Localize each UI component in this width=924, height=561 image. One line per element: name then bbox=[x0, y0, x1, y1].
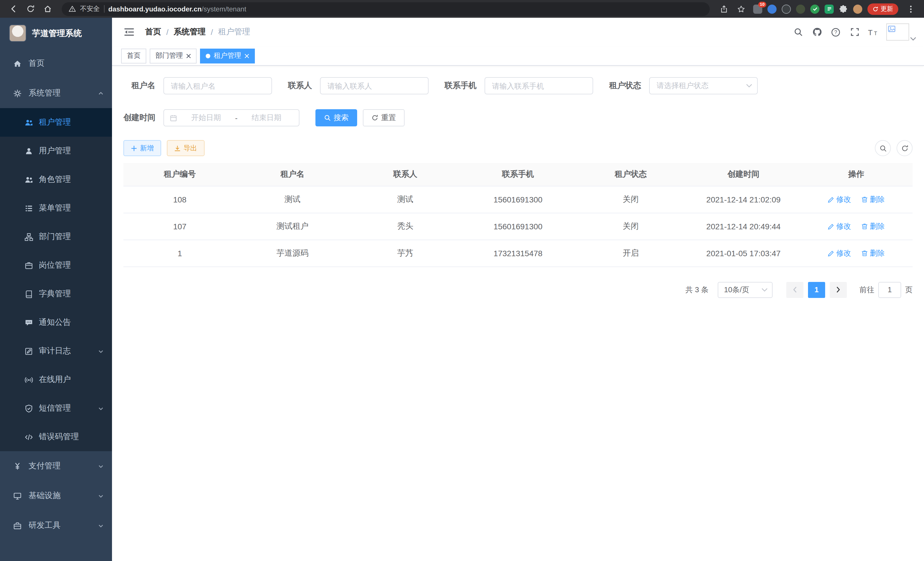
delete-link[interactable]: 删除 bbox=[861, 221, 885, 231]
sidebar-item-system[interactable]: 系统管理 bbox=[0, 78, 112, 108]
sidebar-logo[interactable]: 芋道管理系统 bbox=[0, 18, 112, 49]
next-page-button[interactable] bbox=[830, 282, 847, 298]
contact-input[interactable] bbox=[320, 77, 429, 94]
export-button[interactable]: 导出 bbox=[167, 140, 205, 156]
tab-dept[interactable]: 部门管理 bbox=[150, 48, 196, 63]
github-icon[interactable] bbox=[807, 18, 826, 46]
sidebar-item-notice[interactable]: 通知公告 bbox=[0, 308, 112, 337]
tab-home[interactable]: 首页 bbox=[121, 48, 146, 63]
cell-contact: 秃头 bbox=[349, 213, 462, 240]
chevron-right-icon bbox=[836, 287, 841, 293]
chevron-down-icon bbox=[762, 288, 767, 291]
mobile-input[interactable] bbox=[484, 77, 593, 94]
extensions-puzzle-icon[interactable] bbox=[839, 4, 848, 14]
sidebar-item-menu[interactable]: 菜单管理 bbox=[0, 194, 112, 223]
delete-link[interactable]: 删除 bbox=[861, 194, 885, 205]
share-icon[interactable] bbox=[717, 2, 731, 16]
table-toolbar: 新增 导出 bbox=[123, 140, 913, 156]
prev-page-button[interactable] bbox=[786, 282, 803, 298]
reset-button[interactable]: 重置 bbox=[363, 109, 405, 126]
breadcrumb-separator: / bbox=[166, 27, 169, 37]
chevron-down-icon bbox=[98, 348, 104, 354]
reload-icon[interactable] bbox=[23, 2, 38, 16]
caret-down-icon[interactable] bbox=[910, 18, 916, 46]
goto-page-input[interactable] bbox=[878, 282, 901, 298]
fullscreen-icon[interactable] bbox=[845, 18, 864, 46]
sidebar-item-label: 用户管理 bbox=[39, 146, 104, 156]
cell-tenant-id: 108 bbox=[123, 186, 236, 213]
cell-tenant-name: 测试 bbox=[236, 186, 349, 213]
extension-icon[interactable]: 10 bbox=[753, 4, 762, 14]
home-icon[interactable] bbox=[40, 2, 55, 16]
tab-label: 首页 bbox=[127, 51, 141, 61]
page-number-button[interactable]: 1 bbox=[808, 282, 825, 298]
collapse-sidebar-icon[interactable] bbox=[120, 18, 138, 46]
add-button[interactable]: 新增 bbox=[123, 140, 161, 156]
close-icon[interactable] bbox=[244, 53, 249, 58]
sidebar-item-user[interactable]: 用户管理 bbox=[0, 137, 112, 165]
divider bbox=[104, 5, 104, 13]
date-range-picker[interactable]: 开始日期 - 结束日期 bbox=[164, 109, 299, 126]
sidebar-item-error-code[interactable]: 错误码管理 bbox=[0, 423, 112, 451]
update-button[interactable]: 更新 bbox=[867, 3, 898, 15]
sidebar-item-role[interactable]: 角色管理 bbox=[0, 165, 112, 194]
browser-menu-icon[interactable] bbox=[903, 2, 918, 16]
sidebar-item-tenant[interactable]: 租户管理 bbox=[0, 108, 112, 137]
cell-status: 关闭 bbox=[574, 213, 687, 240]
logo-image bbox=[9, 25, 26, 42]
sidebar-item-devtools[interactable]: 研发工具 bbox=[0, 511, 112, 540]
edit-link[interactable]: 修改 bbox=[828, 221, 851, 231]
extension-icon[interactable] bbox=[767, 4, 777, 14]
export-button-label: 导出 bbox=[183, 143, 197, 153]
status-select[interactable]: 请选择租户状态 bbox=[649, 77, 758, 94]
extension-check-icon[interactable] bbox=[810, 4, 819, 14]
filter-tenant-name: 租户名 bbox=[123, 77, 272, 94]
toggle-search-icon[interactable] bbox=[875, 140, 891, 156]
sidebar-item-online-users[interactable]: 在线用户 bbox=[0, 365, 112, 394]
close-icon[interactable] bbox=[186, 53, 191, 58]
profile-avatar[interactable] bbox=[853, 4, 862, 14]
extension-icon[interactable] bbox=[796, 4, 805, 14]
filter-mobile: 联系手机 bbox=[445, 77, 593, 94]
delete-link[interactable]: 删除 bbox=[861, 248, 885, 258]
sidebar-item-label: 字典管理 bbox=[39, 289, 104, 299]
sidebar-item-payment[interactable]: 支付管理 bbox=[0, 451, 112, 481]
font-size-icon[interactable]: TT bbox=[864, 18, 883, 46]
edit-link[interactable]: 修改 bbox=[828, 194, 851, 205]
sidebar-item-dict[interactable]: 字典管理 bbox=[0, 280, 112, 308]
edit-link[interactable]: 修改 bbox=[828, 248, 851, 258]
tenant-users-icon bbox=[24, 118, 33, 127]
tab-tenant[interactable]: 租户管理 bbox=[200, 48, 255, 63]
dictionary-book-icon bbox=[24, 289, 33, 299]
sidebar-item-infrastructure[interactable]: 基础设施 bbox=[0, 481, 112, 511]
navbar-actions: ? TT bbox=[789, 18, 916, 46]
sidebar-item-dept[interactable]: 部门管理 bbox=[0, 223, 112, 251]
tab-label: 租户管理 bbox=[214, 51, 241, 61]
bookmark-star-icon[interactable] bbox=[734, 2, 748, 16]
address-bar[interactable]: 不安全 dashboard.yudao.iocoder.cn/system/te… bbox=[62, 2, 710, 16]
column-contact: 联系人 bbox=[349, 163, 462, 186]
back-icon[interactable] bbox=[6, 2, 21, 16]
search-icon[interactable] bbox=[789, 18, 807, 46]
page-size-select[interactable]: 10条/页 bbox=[718, 282, 772, 298]
sidebar-item-sms[interactable]: 短信管理 bbox=[0, 394, 112, 423]
extension-icon[interactable] bbox=[782, 4, 791, 14]
tenant-name-input[interactable] bbox=[164, 77, 272, 94]
sidebar-item-home[interactable]: 首页 bbox=[0, 49, 112, 78]
sidebar-item-label: 角色管理 bbox=[39, 174, 104, 185]
refresh-table-icon[interactable] bbox=[897, 140, 913, 156]
delete-icon bbox=[861, 196, 868, 203]
search-button[interactable]: 搜索 bbox=[315, 109, 357, 126]
breadcrumb-item[interactable]: 系统管理 bbox=[174, 27, 206, 37]
extension-chat-icon[interactable] bbox=[825, 4, 834, 14]
delete-label: 删除 bbox=[870, 248, 885, 258]
sidebar-item-audit-log[interactable]: 审计日志 bbox=[0, 337, 112, 365]
top-navbar: 首页 / 系统管理 / 租户管理 ? bbox=[112, 18, 924, 46]
sidebar-item-post[interactable]: 岗位管理 bbox=[0, 251, 112, 280]
app-shell: 芋道管理系统 首页 系统管理 租户管理 bbox=[0, 18, 924, 561]
help-icon[interactable]: ? bbox=[826, 18, 845, 46]
main-area: 首页 / 系统管理 / 租户管理 ? bbox=[112, 18, 924, 561]
extension-badge: 10 bbox=[758, 2, 766, 7]
breadcrumb-item[interactable]: 首页 bbox=[145, 27, 161, 37]
avatar[interactable] bbox=[886, 23, 909, 41]
